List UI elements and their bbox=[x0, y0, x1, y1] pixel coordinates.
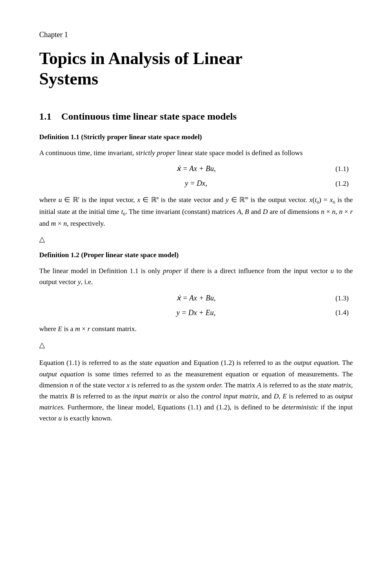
deterministic-text: deterministic bbox=[282, 403, 318, 411]
section-title-text: Continuous time linear state space model… bbox=[61, 111, 237, 122]
control-input-matrix-text: control input matrix, bbox=[201, 392, 259, 400]
system-order-text: system order. bbox=[187, 381, 223, 389]
output-equation-text: output equation. bbox=[294, 359, 340, 367]
chapter-label: Chapter 1 bbox=[39, 29, 353, 41]
proper-text: proper bbox=[163, 267, 182, 275]
def2-title-paren: (Proper linear state space model) bbox=[81, 251, 178, 259]
section-title: 1.1 Continuous time linear state space m… bbox=[39, 109, 353, 124]
equation-1-1-row: ẋ = Ax + Bu, (1.1) bbox=[39, 163, 353, 175]
def1-title-paren: (Strictly proper linear state space mode… bbox=[81, 133, 202, 141]
output-equation-text2: output equation bbox=[39, 370, 85, 378]
definition2-title: Definition 1.2 (Proper linear state spac… bbox=[39, 249, 353, 260]
input-matrix-text: input matrix bbox=[133, 392, 167, 400]
state-equation-text: state equation bbox=[140, 359, 179, 367]
equation-1-2-row: y = Dx, (1.2) bbox=[39, 178, 353, 189]
strictly-proper-text: strictly proper bbox=[136, 149, 176, 157]
def2-label: Definition 1.2 bbox=[39, 251, 79, 259]
chapter-title-line1: Topics in Analysis of Linear bbox=[39, 49, 243, 68]
equation-1-1-number: (1.1) bbox=[335, 164, 349, 174]
equation-1-4: y = Dx + Eu, bbox=[176, 307, 216, 319]
equation-1-2: y = Dx, bbox=[185, 178, 207, 189]
def1-label: Definition 1.1 bbox=[39, 133, 79, 141]
equation-1-2-number: (1.2) bbox=[335, 178, 349, 189]
equation-1-3-row: ẋ = Ax + Bu, (1.3) bbox=[39, 293, 353, 304]
chapter-title: Topics in Analysis of Linear Systems bbox=[39, 48, 353, 89]
equation-1-4-number: (1.4) bbox=[335, 307, 349, 318]
definition1-body: A continuous time, time invariant, stric… bbox=[39, 147, 353, 158]
triangle-marker-2: △ bbox=[39, 340, 353, 351]
definition2-body: The linear model in Definition 1.1 is on… bbox=[39, 265, 353, 287]
chapter-title-line2: Systems bbox=[39, 69, 98, 88]
text-after-eq2: where u ∈ ℝr is the input vector, x ∈ ℝn… bbox=[39, 194, 353, 229]
state-matrix-text: state matrix, bbox=[318, 381, 353, 389]
equation-1-1: ẋ = Ax + Bu, bbox=[176, 163, 216, 175]
definition1-title: Definition 1.1 (Strictly proper linear s… bbox=[39, 131, 353, 142]
page: Chapter 1 Topics in Analysis of Linear S… bbox=[0, 0, 392, 567]
equation-1-3-number: (1.3) bbox=[335, 293, 349, 303]
triangle-marker-1: △ bbox=[39, 234, 353, 245]
equation-1-3: ẋ = Ax + Bu, bbox=[176, 293, 216, 304]
text-E: where E is a m × r constant matrix. bbox=[39, 323, 353, 334]
section-number: 1.1 bbox=[39, 111, 51, 122]
equation-1-4-row: y = Dx + Eu, (1.4) bbox=[39, 307, 353, 319]
bottom-paragraph: Equation (1.1) is referred to as the sta… bbox=[39, 357, 353, 424]
